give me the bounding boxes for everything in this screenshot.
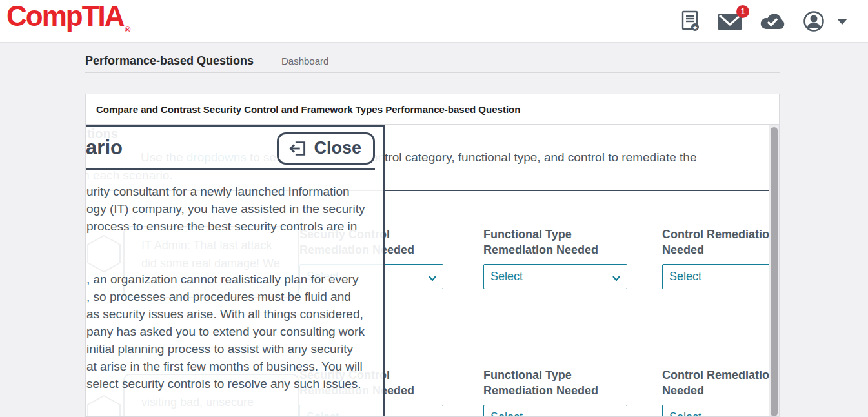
chevron-down-icon <box>428 413 437 416</box>
label-functional-type-2: Functional TypeRemediation Needed <box>483 367 655 398</box>
page: CompTIA® ★ 1 <box>0 0 868 417</box>
registered-mark: ® <box>125 25 131 34</box>
account-icon[interactable] <box>803 10 825 32</box>
select-value: Select <box>490 270 523 283</box>
close-label: Close <box>314 138 361 158</box>
comptia-logo: CompTIA® <box>6 0 129 32</box>
label-line: Remediation Needed <box>483 242 655 258</box>
scenario-line: , so processes and procedures must be fl… <box>86 288 385 305</box>
label-line: Needed <box>662 383 769 398</box>
scenario-line: at arise in the first few months of busi… <box>86 358 385 375</box>
exit-icon <box>288 139 307 158</box>
breadcrumb-divider <box>85 72 780 73</box>
scenario-line: as security issues arise. With all thing… <box>86 305 385 323</box>
label-line: Functional Type <box>483 227 655 242</box>
label-control-remediation-2: Control RemediationNeeded <box>662 367 769 398</box>
top-bar-icons: ★ 1 <box>681 10 847 32</box>
modal-title: Scenario <box>86 136 123 159</box>
scenario-line: urity consultant for a newly launched In… <box>86 183 385 200</box>
scenario-paragraph-2: , an organization cannot realistically p… <box>86 270 385 392</box>
card-header: Compare and Contrast Security Control an… <box>86 94 779 125</box>
select-value: Select <box>669 411 701 416</box>
page-title: Performance-based Questions <box>85 54 254 68</box>
label-functional-type-1: Functional TypeRemediation Needed <box>483 227 655 258</box>
mail-count-badge: 1 <box>736 5 749 18</box>
label-control-remediation-1: Control RemediationNeeded <box>662 227 769 258</box>
scenario-line: , an organization cannot realistically p… <box>86 270 385 288</box>
control-select-2[interactable]: Select <box>662 405 769 416</box>
scenario-line: pany has asked you to extend your consul… <box>86 323 385 340</box>
logo-text: CompTIA <box>6 0 124 32</box>
scenario-line: select security controls to resolve any … <box>86 375 385 392</box>
question-card: Compare and Contrast Security Control an… <box>85 94 780 417</box>
select-value: Select <box>669 270 701 283</box>
scenario-modal: Scenario Close urity consultant for a ne… <box>86 125 385 416</box>
scrollbar-thumb[interactable] <box>771 127 778 416</box>
card-body: Questions Use the dropdowns to select th… <box>86 125 779 416</box>
label-line: Control Remediation <box>662 227 769 242</box>
card-title: Compare and Contrast Security Control an… <box>96 104 520 115</box>
svg-text:★: ★ <box>692 25 698 31</box>
close-button[interactable]: Close <box>277 132 375 165</box>
label-line: Remediation Needed <box>483 383 655 398</box>
scenario-line: ogy (IT) company, you have assisted in t… <box>86 200 385 218</box>
document-badge-icon[interactable]: ★ <box>681 10 700 32</box>
cloud-check-icon[interactable] <box>760 12 785 31</box>
control-select-1[interactable]: Select <box>662 264 769 289</box>
chevron-down-icon <box>428 272 437 286</box>
card-scrollbar[interactable] <box>769 125 779 416</box>
scenario-paragraph-1: urity consultant for a newly launched In… <box>86 183 385 235</box>
chevron-down-icon <box>612 413 621 416</box>
modal-divider <box>86 168 375 170</box>
select-value: Select <box>490 411 523 416</box>
top-bar: CompTIA® ★ 1 <box>0 0 868 43</box>
scenario-line: process to ensure the best security cont… <box>86 218 385 235</box>
functional-type-select-1[interactable]: Select <box>483 264 627 289</box>
account-menu-caret-icon[interactable] <box>837 19 847 25</box>
breadcrumb-dashboard[interactable]: Dashboard <box>281 56 328 66</box>
chevron-down-icon <box>612 272 621 286</box>
scenario-line: initial planning process to assist with … <box>86 340 385 358</box>
label-line: Control Remediation <box>662 367 769 383</box>
label-line: Needed <box>662 242 769 258</box>
mail-icon[interactable]: 1 <box>718 12 742 31</box>
label-line: Functional Type <box>483 367 655 383</box>
functional-type-select-2[interactable]: Select <box>483 405 627 416</box>
